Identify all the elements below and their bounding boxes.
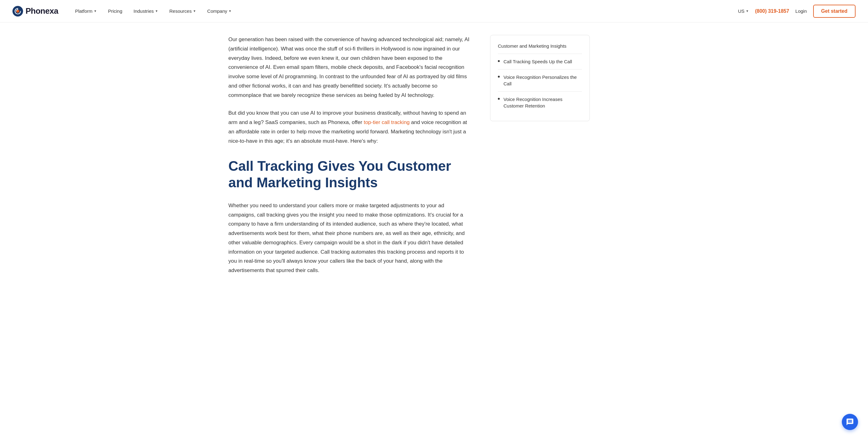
company-chevron-icon: ▼ bbox=[228, 9, 231, 13]
locale-selector[interactable]: US ▼ bbox=[738, 8, 749, 14]
call-tracking-link[interactable]: top-tier call tracking bbox=[364, 119, 409, 125]
nav-right: US ▼ (800) 319-1857 Login Get started bbox=[738, 5, 856, 18]
toc-item-3[interactable]: Voice Recognition Increases Customer Ret… bbox=[498, 92, 582, 114]
nav-company[interactable]: Company ▼ bbox=[203, 6, 236, 16]
phonexa-logo-icon bbox=[12, 6, 23, 17]
second-paragraph: But did you know that you can use AI to … bbox=[228, 108, 471, 146]
toc-bullet-3 bbox=[498, 98, 500, 100]
nav-industries[interactable]: Industries ▼ bbox=[129, 6, 163, 16]
body-paragraph: Whether you need to understand your call… bbox=[228, 201, 471, 275]
main-content: Our generation has been raised with the … bbox=[228, 35, 471, 275]
logo-link[interactable]: Phonexa bbox=[12, 6, 58, 17]
toc-item-1[interactable]: Call Tracking Speeds Up the Call bbox=[498, 54, 582, 69]
nav-resources[interactable]: Resources ▼ bbox=[165, 6, 200, 16]
logo-text: Phonexa bbox=[26, 6, 58, 16]
toc-item-2[interactable]: Voice Recognition Personalizes the Call bbox=[498, 69, 582, 92]
platform-chevron-icon: ▼ bbox=[94, 9, 97, 13]
get-started-button[interactable]: Get started bbox=[813, 5, 856, 18]
toc-box: Customer and Marketing Insights Call Tra… bbox=[490, 35, 590, 121]
industries-chevron-icon: ▼ bbox=[155, 9, 158, 13]
toc-bullet-1 bbox=[498, 60, 500, 62]
section-heading: Call Tracking Gives You Customer and Mar… bbox=[228, 158, 471, 191]
login-link[interactable]: Login bbox=[796, 8, 807, 14]
nav-platform[interactable]: Platform ▼ bbox=[71, 6, 101, 16]
phone-number[interactable]: (800) 319-1857 bbox=[755, 8, 789, 14]
intro-paragraph: Our generation has been raised with the … bbox=[228, 35, 471, 100]
resources-chevron-icon: ▼ bbox=[193, 9, 196, 13]
nav-links: Platform ▼ Pricing Industries ▼ Resource… bbox=[71, 6, 738, 16]
locale-chevron-icon: ▼ bbox=[746, 9, 749, 13]
navbar: Phonexa Platform ▼ Pricing Industries ▼ … bbox=[0, 0, 868, 23]
toc-first-item: Customer and Marketing Insights bbox=[498, 43, 582, 54]
nav-pricing[interactable]: Pricing bbox=[104, 6, 127, 16]
page-layout: Our generation has been raised with the … bbox=[216, 23, 652, 300]
sidebar: Customer and Marketing Insights Call Tra… bbox=[490, 35, 590, 275]
toc-bullet-2 bbox=[498, 76, 500, 77]
